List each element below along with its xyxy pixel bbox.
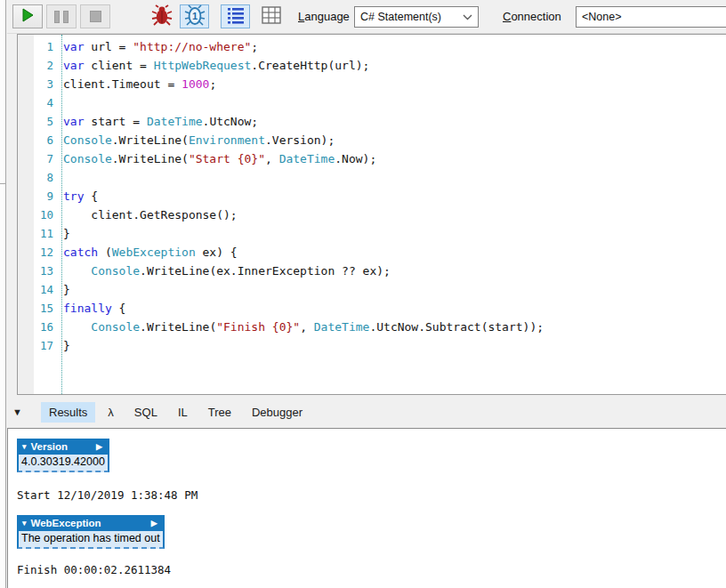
code-text: catch (WebException ex) { [58,243,238,262]
chevron-down-icon [454,12,472,22]
code-text: try { [58,187,98,205]
stop-button[interactable] [80,4,110,28]
code-text [58,93,63,112]
rich-text-list-icon [227,6,245,28]
stop-icon [90,11,101,22]
data-grid-results-button[interactable] [257,4,286,28]
line-number: 5 [18,112,58,131]
expand-arrow-icon[interactable]: ▶ [77,442,102,451]
code-line-9[interactable]: 9try { [18,187,725,205]
code-text: var client = HttpWebRequest.CreateHttp(u… [58,56,369,75]
run-button[interactable] [12,4,43,28]
code-text: } [58,224,70,243]
code-line-7[interactable]: 7Console.WriteLine("Start {0}", DateTime… [18,149,725,168]
panel-divider [0,183,5,184]
code-text: Console.WriteLine(Environment.Version); [58,131,335,149]
pause-button[interactable] [46,4,77,28]
line-number: 6 [18,131,58,149]
toolbar: 1 [7,0,726,34]
line-number: 7 [18,149,58,168]
line-number: 10 [18,205,58,224]
language-label: Language [298,10,350,23]
result-box-header[interactable]: ▾WebException▶ [17,515,165,531]
expand-arrow-icon[interactable]: ▶ [132,519,157,528]
code-line-17[interactable]: 17} [18,336,725,355]
result-box-header[interactable]: ▾Version▶ [17,439,109,455]
code-text: var start = DateTime.UtcNow; [58,112,258,131]
code-text: client.GetResponse(); [58,205,238,224]
data-grid-icon [262,6,281,28]
tab-tree[interactable]: Tree [200,402,239,423]
code-line-4[interactable]: 4 [18,93,725,112]
tab-sql[interactable]: SQL [126,402,165,423]
code-text: var url = "http://no-where"; [58,37,258,56]
code-line-8[interactable]: 8 [18,168,725,187]
collapse-panel-icon[interactable]: ▼ [12,407,30,417]
result-box-title: Version [31,441,69,452]
code-line-14[interactable]: 14} [18,280,725,299]
code-text: finally { [58,299,125,318]
connection-label: Connection [503,10,561,23]
code-text: } [58,280,70,299]
code-line-12[interactable]: 12catch (WebException ex) { [18,243,725,262]
tab-lambda[interactable]: λ [100,402,122,423]
rich-text-results-button[interactable] [221,4,250,28]
tab-debugger[interactable]: Debugger [244,402,311,423]
code-line-15[interactable]: 15finally { [18,299,725,318]
console-output-start-line: Start 12/10/2019 1:38:48 PM [17,488,726,502]
pause-icon [52,11,70,23]
code-line-16[interactable]: 16 Console.WriteLine("Finish {0}", DateT… [18,318,725,336]
line-number: 17 [18,336,58,355]
code-text: Console.WriteLine(ex.InnerException ?? e… [58,262,391,280]
code-line-11[interactable]: 11} [18,224,725,243]
line-number: 15 [18,299,58,318]
tab-il[interactable]: IL [170,402,196,423]
code-line-10[interactable]: 10 client.GetResponse(); [18,205,725,224]
results-panel: ▾Version▶4.0.30319.42000Start 12/10/2019… [7,428,726,588]
result-box-version: ▾Version▶4.0.30319.42000 [17,439,109,472]
play-icon [20,7,36,27]
console-output-finish-line: Finish 00:00:02.2611384 [17,563,726,576]
connection-select[interactable]: <None> [576,6,726,28]
code-line-13[interactable]: 13 Console.WriteLine(ex.InnerException ?… [18,262,725,280]
result-box-webexception: ▾WebException▶The operation has timed ou… [17,515,165,549]
line-number: 13 [18,262,58,280]
linqpad-query-window: 1 [0,0,726,588]
result-box-title: WebException [31,518,101,528]
code-line-6[interactable]: 6Console.WriteLine(Environment.Version); [18,131,725,149]
result-box-value[interactable]: The operation has timed out [17,531,165,549]
code-line-5[interactable]: 5var start = DateTime.UtcNow; [18,112,725,131]
results-content: ▾Version▶4.0.30319.42000Start 12/10/2019… [8,429,726,576]
connection-select-value: <None> [582,11,621,23]
red-bug-icon [151,4,173,29]
line-number: 2 [18,56,58,75]
code-text: } [58,336,70,355]
line-number: 14 [18,280,58,299]
line-number: 8 [18,168,58,187]
code-lines: 1var url = "http://no-where";2var client… [18,37,725,355]
code-line-1[interactable]: 1var url = "http://no-where"; [18,37,725,56]
break-on-exception-button[interactable] [148,4,176,28]
adjacent-panel-edge [0,0,6,588]
result-box-value[interactable]: 4.0.30319.42000 [17,455,109,472]
line-number: 4 [18,93,58,112]
code-text: client.Timeout = 1000; [58,75,216,93]
tab-results[interactable]: Results [41,402,95,423]
line-number: 1 [18,37,58,56]
results-tabs: ResultsλSQLILTreeDebugger [41,402,315,423]
collapse-icon[interactable]: ▾ [22,442,27,451]
line-number: 3 [18,75,58,93]
line-number: 16 [18,318,58,336]
line-number: 9 [18,187,58,205]
code-text: Console.WriteLine("Start {0}", DateTime.… [58,149,376,168]
collapse-icon[interactable]: ▾ [22,519,27,528]
code-line-3[interactable]: 3client.Timeout = 1000; [18,75,725,93]
results-tabbar: ▼ ResultsλSQLILTreeDebugger [7,396,726,428]
code-editor[interactable]: 1var url = "http://no-where";2var client… [17,34,726,395]
svg-text:1: 1 [191,11,197,21]
code-text: Console.WriteLine("Finish {0}", DateTime… [58,318,544,336]
code-line-2[interactable]: 2var client = HttpWebRequest.CreateHttp(… [18,56,725,75]
debug-bug-button[interactable]: 1 [180,4,209,28]
language-select[interactable]: C# Statement(s) [354,6,479,28]
blue-bug-1-icon: 1 [184,4,206,29]
